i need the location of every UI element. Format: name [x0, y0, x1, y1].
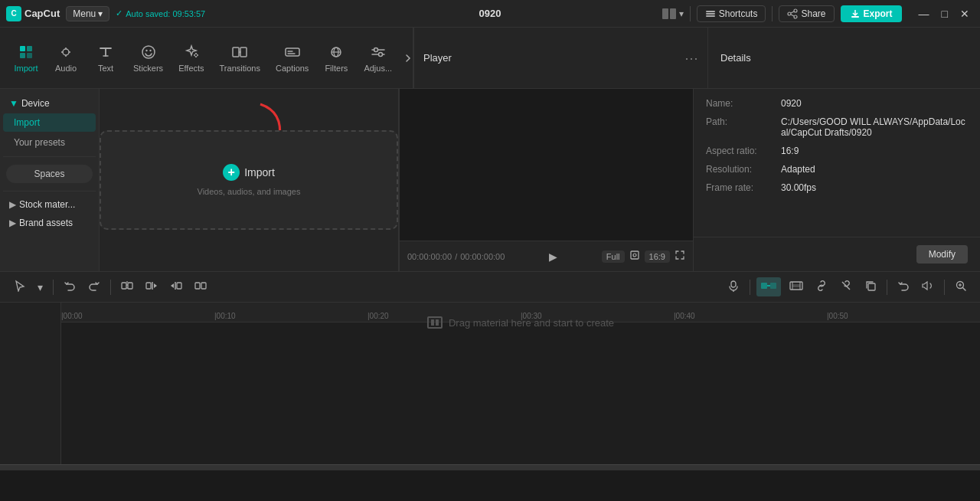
import-item[interactable]: Import — [3, 113, 96, 132]
volume-button[interactable] — [918, 277, 938, 296]
split-button[interactable] — [117, 277, 137, 296]
svg-point-6 — [788, 12, 791, 15]
cursor-dropdown[interactable]: ▾ — [34, 279, 47, 296]
stock-section[interactable]: ▶ Stock mater... — [3, 196, 96, 213]
titlebar: C CapCut Menu ▾ ✓ Auto saved: 09:53:57 0… — [0, 0, 980, 28]
cursor-tool[interactable] — [9, 277, 29, 296]
import-box[interactable]: + Import Videos, audios, and images — [100, 130, 398, 230]
minimize-button[interactable]: — — [914, 6, 934, 21]
plus-icon: + — [223, 164, 240, 181]
toolbar-import[interactable]: Import — [6, 39, 46, 77]
svg-rect-37 — [201, 283, 206, 289]
export-button[interactable]: Export — [841, 5, 902, 22]
tl-undo-button[interactable] — [893, 277, 913, 296]
svg-rect-48 — [868, 283, 875, 290]
panel-divider — [3, 156, 96, 157]
svg-line-50 — [963, 288, 966, 291]
svg-rect-11 — [20, 46, 25, 51]
player-panel: 00:00:00:00 / 00:00:00:00 ▶ Full 16:9 — [399, 89, 694, 271]
svg-rect-1 — [670, 8, 676, 19]
full-badge: Full — [602, 250, 625, 263]
maximize-button[interactable]: □ — [937, 6, 952, 21]
presets-item[interactable]: Your presets — [3, 133, 96, 152]
microphone-button[interactable] — [724, 277, 743, 296]
content-area: + Import Videos, audios, and images — [100, 89, 399, 271]
player-screen — [400, 89, 693, 241]
trim-right-button[interactable] — [166, 277, 186, 296]
svg-rect-12 — [27, 46, 32, 51]
timeline-tools-right — [724, 277, 971, 296]
screen-layout-icon[interactable]: ▾ — [662, 8, 684, 19]
menu-button[interactable]: Menu ▾ — [66, 6, 109, 21]
details-panel: Name: 0920 Path: C:/Users/GOOD WILL ALWA… — [694, 89, 980, 271]
timeline-tools-left: ▾ — [9, 277, 211, 296]
player-title: Player — [423, 52, 452, 64]
redo-button[interactable] — [84, 277, 104, 296]
zoom-reset-button[interactable] — [951, 277, 971, 296]
ruler-mark-2: |00:20 — [368, 312, 389, 320]
brand-section[interactable]: ▶ Brand assets — [3, 214, 96, 231]
timeline-scrollbar[interactable] — [0, 464, 980, 470]
tl-divider-1 — [53, 280, 54, 295]
spaces-button[interactable]: Spaces — [6, 165, 93, 183]
select-button[interactable] — [191, 277, 211, 296]
ruler-mark-5: |00:50 — [827, 312, 848, 320]
player-menu-icon[interactable]: ⋯ — [684, 50, 698, 67]
svg-rect-41 — [770, 283, 776, 289]
svg-line-9 — [791, 15, 794, 16]
shortcuts-button[interactable]: Shortcuts — [697, 5, 766, 22]
device-section[interactable]: ▼ Device — [3, 95, 96, 112]
crop-button[interactable] — [629, 250, 640, 263]
toolbar-more-button[interactable] — [400, 48, 413, 68]
detail-name: Name: 0920 — [706, 98, 968, 109]
copy-button[interactable] — [861, 277, 880, 296]
modify-button[interactable]: Modify — [916, 245, 968, 264]
trim-left-button[interactable] — [142, 277, 162, 296]
tl-divider-2 — [110, 280, 111, 295]
unlink-button[interactable] — [836, 277, 856, 296]
player-controls: 00:00:00:00 / 00:00:00:00 ▶ Full 16:9 — [400, 241, 693, 271]
details-footer: Modify — [694, 237, 980, 271]
toolbar-filters[interactable]: Filters — [316, 39, 356, 77]
svg-point-15 — [63, 49, 69, 55]
audio-link-button[interactable] — [756, 277, 781, 296]
drag-icon — [427, 316, 443, 329]
app-name: CapCut — [24, 8, 60, 19]
svg-rect-0 — [662, 8, 668, 19]
timeline-content: |00:00 |00:10 |00:20 |00:30 |00:40 |00:5… — [0, 303, 980, 464]
undo-button[interactable] — [60, 277, 80, 296]
toolbar-effects[interactable]: Effects — [171, 39, 211, 77]
stock-chevron-icon: ▶ — [9, 199, 16, 210]
play-button[interactable]: ▶ — [549, 250, 557, 263]
brand-chevron-icon: ▶ — [9, 218, 16, 228]
svg-rect-3 — [706, 13, 715, 15]
svg-point-18 — [149, 49, 151, 51]
toolbar-stickers[interactable]: Stickers — [126, 39, 171, 77]
svg-rect-30 — [128, 283, 132, 289]
video-strip-button[interactable] — [786, 277, 807, 296]
ruler-mark-1: |00:10 — [214, 312, 236, 320]
tl-divider-5 — [944, 280, 945, 295]
fullscreen-button[interactable] — [675, 250, 685, 263]
link-button[interactable] — [812, 277, 831, 296]
svg-rect-35 — [177, 283, 181, 289]
svg-rect-32 — [146, 283, 151, 289]
close-button[interactable]: ✕ — [956, 6, 974, 21]
toolbar-adjust[interactable]: Adjus... — [356, 39, 400, 77]
project-name: 0920 — [328, 8, 651, 19]
app-logo: C CapCut — [6, 6, 60, 21]
svg-rect-21 — [286, 48, 299, 56]
toolbar-transitions[interactable]: Transitions — [212, 39, 268, 77]
toolbar-text[interactable]: Text — [86, 39, 126, 77]
svg-point-28 — [633, 254, 636, 257]
svg-rect-46 — [792, 284, 800, 287]
auto-saved-indicator: ✓ Auto saved: 09:53:57 — [116, 8, 205, 18]
import-button[interactable]: + Import — [223, 164, 275, 181]
svg-point-17 — [145, 49, 147, 51]
timeline-section: ▾ — [0, 271, 980, 470]
toolbar-captions[interactable]: Captions — [268, 39, 316, 77]
svg-rect-53 — [431, 319, 434, 326]
share-button[interactable]: Share — [779, 5, 834, 22]
svg-rect-54 — [436, 319, 439, 326]
toolbar-audio[interactable]: Audio — [46, 39, 86, 77]
